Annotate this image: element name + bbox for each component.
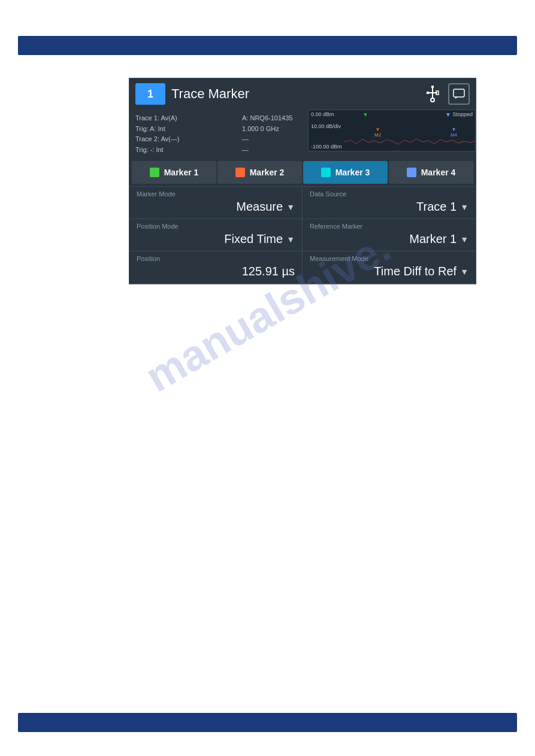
position-mode-arrow: ▼ [286,235,295,244]
position-mode-dropdown[interactable]: Fixed Time ▼ [137,232,295,246]
reference-marker-label: Reference Marker [310,223,468,230]
marker4-button[interactable]: Marker 4 [389,161,473,184]
marker2-swatch [235,168,245,177]
info-dash1: — [242,134,302,145]
marker3-label: Marker 3 [335,168,370,177]
bottom-bar [18,713,517,732]
reference-marker-arrow: ▼ [460,235,468,244]
trace1-trig: Trig: A: Int [135,124,230,135]
measurement-mode-arrow: ▼ [460,267,468,277]
number-badge[interactable]: 1 [135,83,165,105]
header-icons [422,83,470,105]
marker2-label: Marker 2 [250,168,285,177]
chat-icon[interactable] [448,83,470,105]
data-source-cell: Data Source Trace 1 ▼ [303,187,476,219]
chart-label-top: 0.00 dBm [311,111,334,117]
trace2-label: Trace 2: Av(—) [135,134,230,145]
marker4-label: Marker 4 [421,168,456,177]
marker-mode-value: Measure [236,200,283,214]
info-left: Trace 1: Av(A) Trig: A: Int Trace 2: Av(… [129,110,236,159]
chart-status: Stopped [452,111,473,117]
data-source-arrow: ▼ [460,202,468,212]
position-cell: Position 125.91 µs [129,251,303,284]
reference-marker-cell: Reference Marker Marker 1 ▼ [303,219,476,251]
chart-area: 0.00 dBm 10.00 dB/div -100.00 dBm Stoppe… [308,110,476,151]
marker-buttons-row: Marker 1 Marker 2 Marker 3 Marker 4 [129,159,476,186]
measurement-mode-dropdown[interactable]: Time Diff to Ref ▼ [310,265,468,278]
marker3-button[interactable]: Marker 3 [303,161,388,184]
trace1-label: Trace 1: Av(A) [135,113,230,124]
top-bar [18,36,517,55]
marker-mode-label: Marker Mode [137,190,295,198]
marker2-button[interactable]: Marker 2 [217,161,302,184]
marker1-label: Marker 1 [164,168,199,177]
svg-rect-3 [427,92,429,94]
info-section: Trace 1: Av(A) Trig: A: Int Trace 2: Av(… [129,110,476,159]
usb-icon [422,83,443,105]
svg-rect-0 [431,86,434,88]
data-source-value: Trace 1 [416,200,457,214]
trace2-trig: Trig: -: Int [135,145,230,156]
reference-marker-dropdown[interactable]: Marker 1 ▼ [310,232,468,246]
info-freq: 1.000 0 GHz [242,124,302,135]
panel-header: 1 Trace Marker [129,78,476,110]
position-display: 125.91 µs [242,265,295,278]
marker-mode-dropdown[interactable]: Measure ▼ [137,200,295,214]
marker1-swatch [150,168,159,177]
info-right: A: NRQ6-101435 1.000 0 GHz — — [236,110,308,159]
settings-grid: Marker Mode Measure ▼ Data Source Trace … [129,186,476,284]
position-mode-label: Position Mode [137,223,295,230]
marker4-arrow: ▼ [445,111,451,118]
info-dash2: — [242,145,302,156]
main-panel: 1 Trace Marker [129,78,476,284]
svg-point-5 [431,98,434,102]
measurement-mode-cell: Measurement Mode Time Diff to Ref ▼ [303,251,476,284]
marker4-swatch [407,168,416,177]
data-source-label: Data Source [310,190,468,198]
position-mode-cell: Position Mode Fixed Time ▼ [129,219,303,251]
marker-mode-cell: Marker Mode Measure ▼ [129,187,303,219]
measurement-mode-label: Measurement Mode [310,255,468,262]
reference-marker-value: Marker 1 [409,232,457,246]
marker1-button[interactable]: Marker 1 [132,161,216,184]
marker-mode-arrow: ▼ [286,202,295,212]
panel-title: Trace Marker [171,86,416,102]
info-device: A: NRQ6-101435 [242,113,302,124]
position-mode-value: Fixed Time [224,232,283,246]
position-value: 125.91 µs [137,265,295,278]
marker3-swatch [321,168,331,177]
chart-label-bot: -100.00 dBm [311,144,342,150]
chart-label-mid: 10.00 dB/div [311,123,341,129]
measurement-mode-value: Time Diff to Ref [374,265,457,278]
svg-rect-6 [454,89,464,97]
position-label: Position [137,255,295,262]
marker3-arrow: ▼ [362,111,368,118]
data-source-dropdown[interactable]: Trace 1 ▼ [310,200,468,214]
